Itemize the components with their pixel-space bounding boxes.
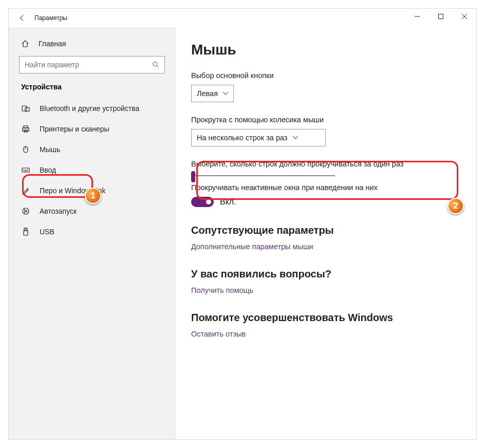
help-heading: У вас появились вопросы? xyxy=(191,268,456,280)
chevron-down-icon xyxy=(293,136,298,139)
sidebar-item-printer[interactable]: Принтеры и сканеры xyxy=(9,119,175,139)
back-button[interactable] xyxy=(17,14,27,22)
sidebar: Главная Устройства Bluetooth и другие ус… xyxy=(9,27,176,439)
sidebar-item-label: Ввод xyxy=(40,166,56,174)
page-title: Мышь xyxy=(191,42,456,58)
sidebar-item-label: Принтеры и сканеры xyxy=(40,125,109,133)
svg-rect-7 xyxy=(23,128,29,131)
bluetooth-devices-icon xyxy=(21,104,30,113)
sidebar-item-autoplay[interactable]: Автозапуск xyxy=(9,201,175,221)
main-panel: Мышь Выбор основной кнопки Левая Прокрут… xyxy=(176,27,476,439)
svg-line-3 xyxy=(157,66,159,68)
feedback-heading: Помогите усовершенствовать Windows xyxy=(191,312,456,324)
svg-rect-1 xyxy=(439,14,443,19)
sidebar-item-mouse[interactable]: Мышь xyxy=(9,139,175,160)
svg-rect-18 xyxy=(24,231,28,235)
home-icon xyxy=(21,40,30,48)
sidebar-item-usb[interactable]: USB xyxy=(9,221,175,242)
printer-icon xyxy=(21,125,30,133)
leave-feedback-link[interactable]: Оставить отзыв xyxy=(191,330,456,338)
svg-rect-17 xyxy=(24,228,27,231)
titlebar: Параметры xyxy=(9,9,476,27)
svg-rect-11 xyxy=(22,168,29,172)
window-controls xyxy=(405,9,476,24)
home-label: Главная xyxy=(39,40,66,48)
maximize-button[interactable] xyxy=(429,9,453,24)
keyboard-icon xyxy=(21,166,30,174)
get-help-link[interactable]: Получить помощь xyxy=(191,286,456,294)
home-link[interactable]: Главная xyxy=(9,38,175,56)
scroll-mode-select[interactable]: На несколько строк за раз xyxy=(191,129,326,146)
category-heading: Устройства xyxy=(9,83,175,98)
svg-rect-4 xyxy=(22,106,27,111)
toggle-knob xyxy=(206,199,211,204)
toggle-state-label: Вкл. xyxy=(220,197,236,207)
annotation-badge-2: 2 xyxy=(447,198,464,214)
pen-icon xyxy=(21,186,30,195)
chevron-down-icon xyxy=(223,92,228,95)
inactive-windows-toggle[interactable] xyxy=(191,197,214,207)
settings-window: Параметры Главная xyxy=(8,8,477,440)
slider-track[interactable] xyxy=(191,175,335,176)
inactive-windows-label: Прокручивать неактивные окна при наведен… xyxy=(191,183,456,192)
sidebar-item-label: Автозапуск xyxy=(40,207,77,215)
scroll-mode-value: На несколько строк за раз xyxy=(197,134,288,142)
primary-button-label: Выбор основной кнопки xyxy=(191,71,456,80)
usb-icon xyxy=(21,228,30,236)
scroll-mode-label: Прокрутка с помощью колесика мыши xyxy=(191,116,456,124)
slider-thumb[interactable] xyxy=(191,171,195,182)
additional-mouse-options-link[interactable]: Дополнительные параметры мыши xyxy=(191,242,456,251)
close-button[interactable] xyxy=(453,9,476,24)
primary-button-select[interactable]: Левая xyxy=(191,85,234,102)
minimize-button[interactable] xyxy=(405,9,429,24)
lines-label: Выберите, сколько строк должно прокручив… xyxy=(191,160,456,168)
sidebar-item-label: USB xyxy=(40,228,54,236)
sidebar-item-bluetooth-devices[interactable]: Bluetooth и другие устройства xyxy=(9,98,175,119)
svg-rect-6 xyxy=(24,126,28,128)
search-input[interactable] xyxy=(19,56,165,73)
annotation-badge-1: 1 xyxy=(85,188,101,204)
search-field[interactable] xyxy=(25,61,152,69)
sidebar-item-keyboard[interactable]: Ввод xyxy=(9,160,175,180)
search-icon xyxy=(152,61,159,68)
svg-point-2 xyxy=(153,62,157,66)
sidebar-item-label: Мышь xyxy=(40,145,60,154)
primary-button-value: Левая xyxy=(197,89,218,98)
content-area: Главная Устройства Bluetooth и другие ус… xyxy=(9,27,476,439)
lines-slider[interactable] xyxy=(191,175,456,176)
mouse-icon xyxy=(21,145,30,154)
window-title: Параметры xyxy=(34,14,67,22)
related-heading: Сопутствующие параметры xyxy=(191,225,456,236)
svg-point-16 xyxy=(23,208,29,214)
autoplay-icon xyxy=(21,207,30,215)
sidebar-item-label: Bluetooth и другие устройства xyxy=(40,104,139,113)
